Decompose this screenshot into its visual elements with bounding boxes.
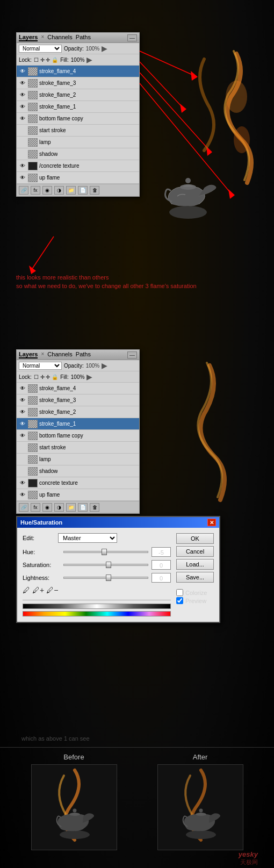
- layer-item[interactable]: 👁stroke_flame_3: [17, 394, 139, 406]
- mask-btn-mid[interactable]: ◉: [42, 503, 52, 512]
- hue-thumb[interactable]: [102, 549, 107, 555]
- eye-icon[interactable]: 👁: [19, 408, 26, 416]
- new-layer-btn[interactable]: 📄: [78, 186, 88, 195]
- eye-icon[interactable]: [19, 468, 26, 475]
- layer-item[interactable]: 👁bottom flame copy: [17, 113, 139, 125]
- tab-layers[interactable]: Layers: [19, 34, 38, 41]
- layer-item[interactable]: 👁stroke_flame_3: [17, 77, 139, 89]
- save-button[interactable]: Save...: [176, 572, 214, 583]
- link-layers-btn[interactable]: 🔗: [19, 186, 28, 195]
- eye-icon[interactable]: 👁: [19, 174, 26, 182]
- eye-icon[interactable]: 👁: [19, 80, 26, 87]
- link-layers-btn-mid[interactable]: 🔗: [19, 503, 28, 512]
- saturation-thumb[interactable]: [106, 562, 111, 568]
- eye-icon[interactable]: 👁: [19, 91, 26, 99]
- eye-icon[interactable]: 👁: [19, 68, 26, 75]
- fill-arrow-mid[interactable]: ▶: [86, 372, 92, 381]
- layer-list-mid: 👁stroke_flame_4👁stroke_flame_3👁stroke_fl…: [17, 383, 139, 501]
- folder-btn[interactable]: 📁: [66, 186, 76, 195]
- lightness-value[interactable]: 0: [152, 573, 171, 583]
- layer-item[interactable]: 👁bottom flame copy: [17, 430, 139, 442]
- layer-item[interactable]: 👁stroke_flame_4: [17, 66, 139, 77]
- layer-item[interactable]: start stroke: [17, 125, 139, 137]
- fx-btn-mid[interactable]: fx: [31, 503, 40, 512]
- delete-layer-btn[interactable]: 🗑: [90, 186, 99, 195]
- hue-slider[interactable]: [63, 548, 148, 556]
- layer-item[interactable]: 👁concrete texture: [17, 477, 139, 489]
- dialog-close-btn[interactable]: ✕: [207, 519, 216, 526]
- layer-item[interactable]: 👁stroke_flame_1: [17, 101, 139, 113]
- eye-icon[interactable]: 👁: [19, 115, 26, 123]
- lightness-slider[interactable]: [63, 573, 148, 582]
- layer-list-top: 👁stroke_flame_4👁stroke_flame_3👁stroke_fl…: [17, 66, 139, 184]
- layer-item[interactable]: 👁stroke_flame_2: [17, 89, 139, 101]
- tab-paths[interactable]: Paths: [76, 34, 91, 41]
- eye-icon[interactable]: [19, 127, 26, 134]
- adj-btn[interactable]: ◑: [54, 186, 64, 195]
- eye-icon[interactable]: [19, 139, 26, 146]
- hue-value[interactable]: -5: [152, 547, 171, 557]
- eye-icon[interactable]: 👁: [19, 397, 26, 404]
- eye-icon[interactable]: [19, 456, 26, 463]
- tab-layers-mid[interactable]: Layers: [19, 351, 38, 358]
- ok-button[interactable]: OK: [176, 533, 214, 544]
- load-button[interactable]: Load...: [176, 559, 214, 570]
- edit-select[interactable]: Master Reds Yellows Greens Cyans Blues M…: [58, 533, 117, 543]
- svg-point-12: [169, 206, 207, 219]
- eye-icon[interactable]: 👁: [19, 103, 26, 111]
- eye-icon[interactable]: [19, 150, 26, 158]
- eye-icon[interactable]: 👁: [19, 479, 26, 487]
- colorize-checkbox[interactable]: [176, 589, 183, 596]
- layer-item[interactable]: 👁stroke_flame_2: [17, 406, 139, 418]
- panel-tabs-mid[interactable]: Layers × Channels Paths: [19, 351, 91, 358]
- eyedropper-sub-btn[interactable]: 🖊−: [46, 586, 58, 594]
- panel-close-btn[interactable]: —: [127, 34, 137, 41]
- panel-tabs[interactable]: Layers × Channels Paths: [19, 34, 91, 41]
- layer-item[interactable]: 👁stroke_flame_4: [17, 383, 139, 394]
- layer-item[interactable]: 👁up flame: [17, 489, 139, 501]
- eye-icon[interactable]: 👁: [19, 385, 26, 392]
- folder-btn-mid[interactable]: 📁: [66, 503, 76, 512]
- cancel-button[interactable]: Cancel: [176, 546, 214, 557]
- layer-item[interactable]: 👁stroke_flame_1: [17, 418, 139, 430]
- saturation-slider[interactable]: [63, 561, 148, 569]
- mid-annotation-text: which as above 1 can see: [21, 735, 90, 742]
- panel-close-btn-mid[interactable]: —: [127, 351, 137, 358]
- layer-item[interactable]: 👁/concrete texture: [17, 160, 139, 172]
- opacity-arrow[interactable]: ▶: [102, 44, 107, 53]
- tab-paths-mid[interactable]: Paths: [76, 351, 91, 358]
- adj-btn-mid[interactable]: ◑: [54, 503, 64, 512]
- layer-item[interactable]: shadow: [17, 148, 139, 160]
- layer-item[interactable]: lamp: [17, 137, 139, 148]
- blend-mode-select[interactable]: Normal: [19, 45, 62, 53]
- eye-icon[interactable]: [19, 444, 26, 451]
- eyedropper-add-btn[interactable]: 🖊+: [32, 586, 44, 594]
- saturation-value[interactable]: 0: [152, 560, 171, 570]
- blend-mode-select-mid[interactable]: Normal: [19, 362, 62, 370]
- before-image: [31, 764, 117, 850]
- tab-channels-mid[interactable]: Channels: [47, 351, 72, 358]
- layer-item[interactable]: lamp: [17, 454, 139, 465]
- layer-item[interactable]: 👁up flame: [17, 172, 139, 184]
- eye-icon[interactable]: 👁: [19, 162, 26, 170]
- layer-item[interactable]: start stroke: [17, 442, 139, 454]
- fx-btn[interactable]: fx: [31, 186, 40, 195]
- eye-icon[interactable]: 👁: [19, 491, 26, 499]
- eyedropper-btn[interactable]: 🖊: [23, 586, 30, 594]
- preview-checkbox[interactable]: [176, 597, 183, 604]
- after-item: After: [157, 753, 243, 850]
- before-after-row: Before: [0, 748, 274, 856]
- layer-name: stroke_flame_3: [39, 397, 76, 403]
- layer-item[interactable]: shadow: [17, 465, 139, 477]
- lightness-thumb[interactable]: [106, 575, 111, 581]
- fill-arrow[interactable]: ▶: [86, 55, 92, 64]
- top-section: Layers × Channels Paths — Normal Opacity…: [0, 0, 274, 333]
- new-layer-btn-mid[interactable]: 📄: [78, 503, 88, 512]
- eye-icon[interactable]: 👁: [19, 420, 26, 428]
- tab-channels[interactable]: Channels: [47, 34, 72, 41]
- eye-icon[interactable]: 👁: [19, 432, 26, 440]
- layer-thumbnail: [28, 138, 38, 147]
- opacity-arrow-mid[interactable]: ▶: [102, 361, 107, 370]
- delete-layer-btn-mid[interactable]: 🗑: [90, 503, 99, 512]
- mask-btn[interactable]: ◉: [42, 186, 52, 195]
